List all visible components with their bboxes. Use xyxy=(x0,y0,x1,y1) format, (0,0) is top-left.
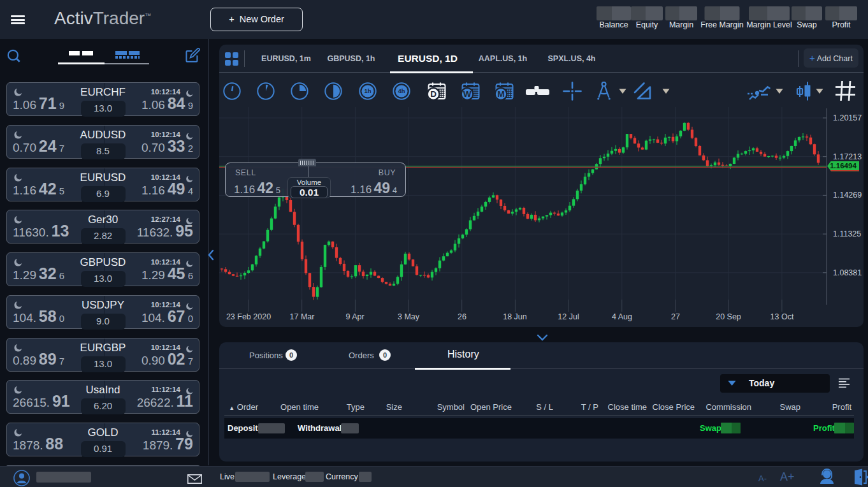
svg-text:1h: 1h xyxy=(364,87,371,94)
svg-text:4h: 4h xyxy=(398,87,405,94)
svg-text:M: M xyxy=(497,89,504,99)
svg-text:W: W xyxy=(463,89,472,99)
svg-text:D: D xyxy=(430,89,437,99)
